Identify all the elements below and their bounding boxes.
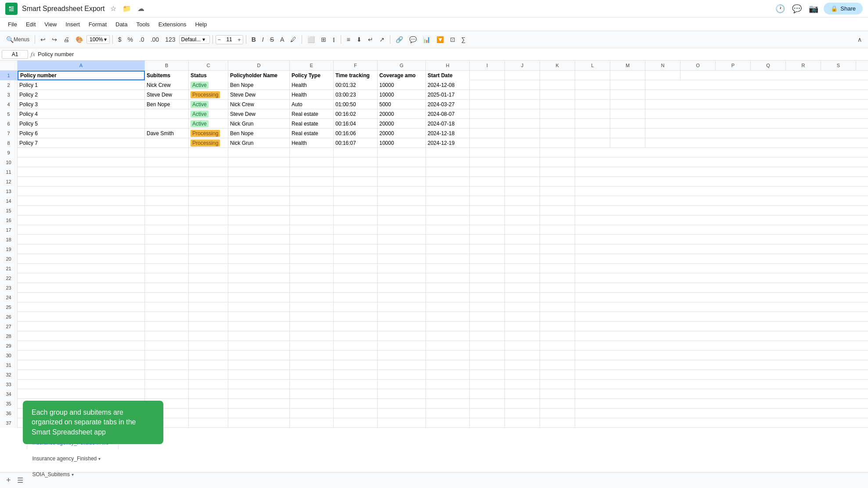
row-num-3[interactable]: 3: [0, 90, 18, 100]
cell-I22[interactable]: [470, 273, 505, 283]
col-header-J[interactable]: J: [505, 61, 540, 70]
cell-I25[interactable]: [470, 302, 505, 312]
cell-A29[interactable]: [18, 341, 145, 351]
cell-G29[interactable]: [378, 341, 426, 351]
col-header-E[interactable]: E: [290, 61, 334, 70]
cell-B34[interactable]: [145, 389, 189, 399]
cell-J4[interactable]: [505, 100, 540, 109]
cell-A33[interactable]: [18, 380, 145, 389]
cell-E34[interactable]: [290, 389, 334, 399]
row-num-22[interactable]: 22: [0, 273, 18, 283]
text-color-btn[interactable]: A: [277, 34, 287, 45]
star-icon[interactable]: ☆: [108, 4, 118, 14]
cell-F17[interactable]: [334, 225, 378, 235]
sheet-menu-btn[interactable]: ☰: [15, 475, 25, 485]
wrap-btn[interactable]: ↵: [365, 34, 376, 45]
col-header-M[interactable]: M: [610, 61, 645, 70]
cell-M21[interactable]: [540, 264, 575, 273]
cell-F6[interactable]: 00:16:04: [334, 119, 378, 129]
cell-F36[interactable]: [334, 409, 378, 418]
cell-J14[interactable]: [505, 196, 540, 206]
cell-B32[interactable]: [145, 370, 189, 380]
cell-J8[interactable]: [505, 138, 540, 148]
cell-D25[interactable]: [228, 302, 290, 312]
cell-J23[interactable]: [505, 283, 540, 293]
cell-G28[interactable]: [378, 331, 426, 341]
cell-I9[interactable]: [470, 148, 505, 158]
cell-D10[interactable]: [228, 158, 290, 167]
cell-D2[interactable]: Ben Nope: [228, 80, 290, 90]
cell-G26[interactable]: [378, 312, 426, 322]
cell-I30[interactable]: [470, 351, 505, 360]
cell-G16[interactable]: [378, 215, 426, 225]
cell-D28[interactable]: [228, 331, 290, 341]
cell-C1[interactable]: Status: [189, 71, 228, 80]
cell-I2[interactable]: [470, 80, 505, 90]
cell-J22[interactable]: [505, 273, 540, 283]
cell-B31[interactable]: [145, 360, 189, 370]
cell-D6[interactable]: Nick Grun: [228, 119, 290, 129]
cell-G7[interactable]: 20000: [378, 129, 426, 138]
col-header-P[interactable]: P: [716, 61, 751, 70]
cell-B22[interactable]: [145, 273, 189, 283]
cell-A12[interactable]: [18, 177, 145, 187]
cell-G18[interactable]: [378, 235, 426, 244]
cell-I20[interactable]: [470, 254, 505, 264]
row-num-35[interactable]: 35: [0, 399, 18, 409]
cell-D29[interactable]: [228, 341, 290, 351]
cell-E17[interactable]: [290, 225, 334, 235]
cell-D21[interactable]: [228, 264, 290, 273]
cell-C26[interactable]: [189, 312, 228, 322]
cell-G19[interactable]: [378, 244, 426, 254]
row-num-1[interactable]: 1: [0, 71, 18, 80]
cell-F11[interactable]: [334, 167, 378, 177]
cell-M11[interactable]: [540, 167, 575, 177]
cell-H13[interactable]: [426, 187, 470, 196]
col-header-C[interactable]: C: [189, 61, 228, 70]
cell-M16[interactable]: [540, 215, 575, 225]
freeze-btn[interactable]: ⊡: [447, 34, 458, 45]
cell-D34[interactable]: [228, 389, 290, 399]
cell-D1[interactable]: Policyholder Name: [228, 71, 290, 80]
row-num-27[interactable]: 27: [0, 322, 18, 331]
cell-E33[interactable]: [290, 380, 334, 389]
cell-M10[interactable]: [540, 158, 575, 167]
cell-G31[interactable]: [378, 360, 426, 370]
row-num-6[interactable]: 6: [0, 119, 18, 129]
cell-G25[interactable]: [378, 302, 426, 312]
menu-item-data[interactable]: Data: [111, 19, 132, 29]
cell-C36[interactable]: [189, 409, 228, 418]
cell-M22[interactable]: [540, 273, 575, 283]
col-header-F[interactable]: F: [334, 61, 378, 70]
cell-M30[interactable]: [540, 351, 575, 360]
cell-M35[interactable]: [540, 399, 575, 409]
border-btn[interactable]: ⬜: [305, 34, 317, 45]
cell-I23[interactable]: [470, 283, 505, 293]
cell-K1[interactable]: [540, 71, 575, 80]
col-header-S[interactable]: S: [821, 61, 856, 70]
cell-J7[interactable]: [505, 129, 540, 138]
cell-E29[interactable]: [290, 341, 334, 351]
cell-C33[interactable]: [189, 380, 228, 389]
font-selector[interactable]: Defaul... ▾: [179, 35, 210, 44]
cell-J5[interactable]: [505, 109, 540, 119]
cell-F10[interactable]: [334, 158, 378, 167]
col-header-G[interactable]: G: [378, 61, 426, 70]
cell-C11[interactable]: [189, 167, 228, 177]
cell-J36[interactable]: [505, 409, 540, 418]
cell-E28[interactable]: [290, 331, 334, 341]
row-num-21[interactable]: 21: [0, 264, 18, 273]
cell-D22[interactable]: [228, 273, 290, 283]
cell-B25[interactable]: [145, 302, 189, 312]
row-num-14[interactable]: 14: [0, 196, 18, 206]
cell-H5[interactable]: 2024-08-07: [426, 109, 470, 119]
cell-A1[interactable]: Policy number: [18, 71, 145, 80]
add-sheet-btn[interactable]: +: [4, 475, 14, 486]
cell-D27[interactable]: [228, 322, 290, 331]
cell-G21[interactable]: [378, 264, 426, 273]
cell-J12[interactable]: [505, 177, 540, 187]
cell-C3[interactable]: Processing: [189, 90, 228, 100]
decrease-font-btn[interactable]: −: [216, 36, 223, 44]
cell-J30[interactable]: [505, 351, 540, 360]
cell-F35[interactable]: [334, 399, 378, 409]
